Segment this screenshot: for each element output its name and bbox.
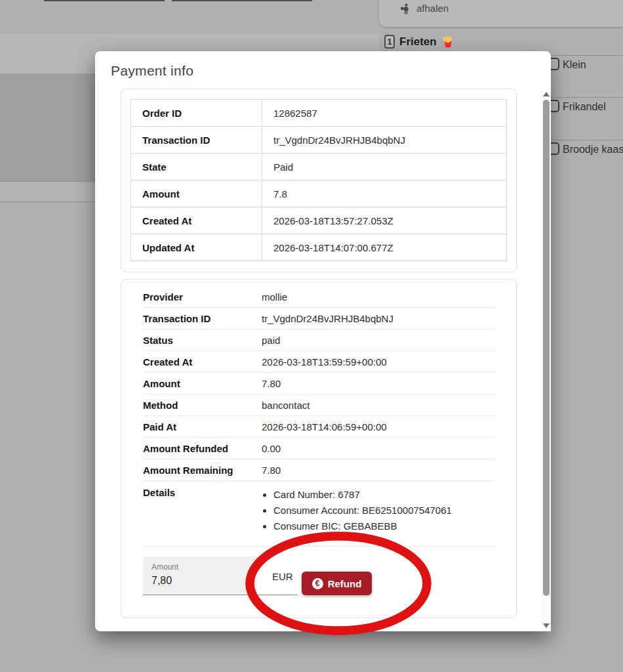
refund-controls: Amount EUR € Refund xyxy=(143,556,496,596)
details-row: Details Card Number: 6787 Consumer Accou… xyxy=(143,481,496,547)
payment-info-modal: Payment info Order ID 12862587 Transacti… xyxy=(95,51,551,631)
details-list: Card Number: 6787 Consumer Account: BE62… xyxy=(262,487,452,534)
row-value: 12862587 xyxy=(262,100,507,127)
side-row-divider xyxy=(550,97,623,98)
row-label: Order ID xyxy=(131,100,262,127)
quantity-badge: 1 xyxy=(384,35,395,49)
row-label: Transaction ID xyxy=(131,127,262,154)
scroll-up-arrow-icon[interactable] xyxy=(543,92,550,96)
euro-refund-icon: € xyxy=(312,578,323,589)
modal-title: Payment info xyxy=(111,63,193,79)
table-row: Order ID 12862587 xyxy=(131,100,507,127)
row-label: Created At xyxy=(131,207,262,234)
row-value: 0.00 xyxy=(262,443,281,454)
row-label: Transaction ID xyxy=(143,313,211,324)
provider-details-card: Provider mollie Transaction ID tr_VgdnDr… xyxy=(121,279,517,618)
fries-emoji: 🍟 xyxy=(441,35,454,48)
side-option-klein[interactable]: Klein xyxy=(563,59,586,71)
row-label: State xyxy=(131,154,262,180)
row-value: 2026-03-18T14:07:00.677Z xyxy=(262,234,507,261)
row-value: mollie xyxy=(262,291,287,303)
row-value: 7.80 xyxy=(262,378,281,389)
table-row: Transaction ID tr_VgdnDr24BvJRHJB4bqbNJ xyxy=(143,308,496,329)
background-field-underline xyxy=(44,0,165,1)
pickup-option-button[interactable]: afhalen xyxy=(379,0,623,27)
side-row-divider xyxy=(550,140,623,140)
row-label: Method xyxy=(143,400,178,411)
provider-table: Provider mollie Transaction ID tr_VgdnDr… xyxy=(143,286,496,547)
modal-scrollbar[interactable] xyxy=(542,89,551,631)
side-option-broodje-kaas[interactable]: Broodje kaas xyxy=(563,144,623,156)
refund-button-label: Refund xyxy=(328,578,362,589)
row-label: Details xyxy=(143,487,175,498)
table-row: State Paid xyxy=(131,154,507,180)
pickup-label: afhalen xyxy=(416,3,449,14)
scroll-down-arrow-icon[interactable] xyxy=(543,623,550,628)
table-row: Amount 7.8 xyxy=(131,180,507,207)
details-item: Consumer Account: BE62510007547061 xyxy=(273,503,452,518)
table-row: Amount 7.80 xyxy=(143,373,496,394)
order-item[interactable]: 1 Frieten 🍟 xyxy=(384,35,454,49)
row-value: 7.80 xyxy=(262,465,281,476)
row-label: Created At xyxy=(143,356,192,368)
details-item: Consumer BIC: GEBABEBB xyxy=(273,518,452,534)
row-label: Provider xyxy=(143,291,183,303)
row-label: Paid At xyxy=(143,421,176,432)
row-label: Amount Remaining xyxy=(143,465,233,476)
table-row: Amount Refunded 0.00 xyxy=(143,438,496,459)
row-label: Amount xyxy=(143,378,180,389)
currency-label: EUR xyxy=(272,571,293,582)
row-label: Status xyxy=(143,335,173,346)
row-value: 7.8 xyxy=(262,180,507,207)
table-row: Created At 2026-03-18T13:59:59+00:00 xyxy=(143,351,496,373)
table-row: Method bancontact xyxy=(143,394,496,416)
row-value: bancontact xyxy=(262,400,310,411)
row-label: Amount Refunded xyxy=(143,443,228,454)
details-item: Card Number: 6787 xyxy=(273,487,452,503)
scrollbar-thumb[interactable] xyxy=(543,100,550,596)
side-option-frikandel[interactable]: Frikandel xyxy=(563,101,606,113)
table-row: Created At 2026-03-18T13:57:27.053Z xyxy=(131,207,507,234)
table-row: Provider mollie xyxy=(143,286,496,308)
order-summary-card: Order ID 12862587 Transaction ID tr_Vgdn… xyxy=(121,89,517,272)
order-table: Order ID 12862587 Transaction ID tr_Vgdn… xyxy=(131,99,507,261)
table-row: Updated At 2026-03-18T14:07:00.677Z xyxy=(131,234,507,261)
row-value: paid xyxy=(262,335,280,346)
table-row: Transaction ID tr_VgdnDr24BvJRHJB4bqbNJ xyxy=(131,127,507,154)
row-value: 2026-03-18T14:06:59+00:00 xyxy=(262,421,387,432)
row-value: 2026-03-18T13:59:59+00:00 xyxy=(262,356,387,368)
row-label: Amount xyxy=(131,180,262,207)
table-row: Status paid xyxy=(143,329,496,351)
refund-button[interactable]: € Refund xyxy=(302,572,372,595)
row-value: 2026-03-18T13:57:27.053Z xyxy=(262,207,507,234)
refund-amount-field[interactable]: Amount EUR xyxy=(143,556,298,595)
background-field-underline xyxy=(172,0,312,1)
row-value: Paid xyxy=(262,154,507,180)
row-label: Updated At xyxy=(131,234,262,261)
row-value: tr_VgdnDr24BvJRHJB4bqbNJ xyxy=(262,127,507,154)
refund-amount-input[interactable] xyxy=(151,575,250,587)
side-row-divider xyxy=(550,55,623,56)
order-item-name: Frieten xyxy=(399,35,437,49)
row-value: tr_VgdnDr24BvJRHJB4bqbNJ xyxy=(262,313,393,324)
page: afhalen 1 Frieten 🍟 Klein Frikandel Broo… xyxy=(0,0,623,672)
pickup-person-icon xyxy=(399,3,411,18)
amount-field-label: Amount xyxy=(151,562,178,572)
table-row: Amount Remaining 7.80 xyxy=(143,459,496,481)
table-row: Paid At 2026-03-18T14:06:59+00:00 xyxy=(143,416,496,438)
